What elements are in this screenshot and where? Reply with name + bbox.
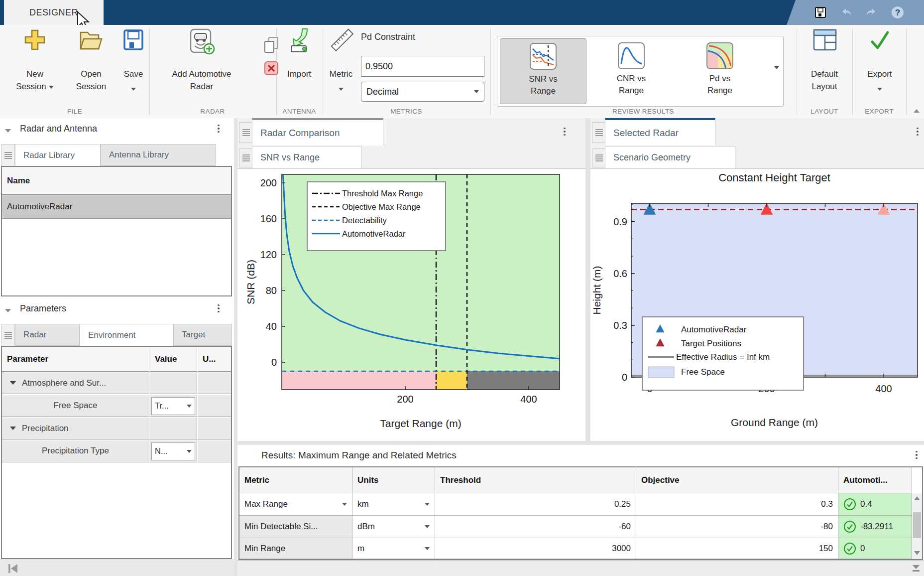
svg-text:0: 0 <box>271 357 277 368</box>
results-objective-max-range[interactable]: 0.3 <box>636 493 838 516</box>
scroll-up-arrow[interactable] <box>914 496 920 500</box>
pd-vs-range-icon <box>706 42 734 70</box>
results-threshold-min-range[interactable]: 3000 <box>435 538 636 559</box>
results-units-min-range[interactable]: m <box>352 538 435 559</box>
tab-param-environment[interactable]: Environment <box>80 324 173 346</box>
results-metric-min-range[interactable]: Min Range <box>239 538 352 559</box>
splitter-results[interactable] <box>237 441 924 445</box>
middle-sub-grip[interactable] <box>239 148 253 167</box>
default-layout-button[interactable]: DefaultLayout <box>800 27 849 97</box>
radar-row-automotiveradar[interactable]: AutomotiveRadar <box>2 195 231 219</box>
scroll-to-bottom-icon[interactable] <box>911 564 922 574</box>
quick-save-icon[interactable] <box>814 6 826 18</box>
results-menu-icon[interactable] <box>912 449 921 461</box>
results-bottom-strip <box>237 560 924 576</box>
add-automotive-radar-button[interactable]: Add AutomotiveRadar <box>159 27 244 97</box>
pass-check-icon <box>843 498 856 511</box>
tab-radar-library[interactable]: Radar Library <box>15 144 101 166</box>
tab-param-target[interactable]: Target <box>173 324 232 346</box>
free-space-value-dropdown[interactable]: Tr... <box>151 397 195 415</box>
undo-icon[interactable] <box>839 6 852 18</box>
param-tabs-grip[interactable] <box>1 324 15 347</box>
svg-text:Effective Radius = Inf km: Effective Radius = Inf km <box>676 352 770 362</box>
format-select[interactable]: Decimal <box>361 82 484 102</box>
metric-button[interactable]: Metric <box>324 27 358 102</box>
gallery-dropdown-arrow[interactable] <box>774 66 779 69</box>
automotive-radar-icon <box>189 28 216 56</box>
radar-library-tab-label: Radar Library <box>23 150 75 160</box>
splitter-left-middle[interactable] <box>234 118 237 576</box>
library-tabs-grip[interactable] <box>1 144 15 167</box>
scenario-geometry-chart: 020040000.30.60.9Constant Height TargetG… <box>590 168 924 441</box>
tab-antenna-library[interactable]: Antenna Library <box>101 144 216 166</box>
gallery-item-cnr-vs-range[interactable]: CNR vsRange <box>588 38 674 103</box>
radar-designer-app: DESIGNER ? FILE RADAR ANTENNA METRICS RE… <box>0 0 924 576</box>
results-scrollbar[interactable] <box>912 493 922 559</box>
svg-text:200: 200 <box>397 394 413 405</box>
tab-scenario-geometry[interactable]: Scenario Geometry <box>605 146 735 168</box>
gallery-pd-label-2: Range <box>707 86 732 95</box>
results-metric-max-range[interactable]: Max Range <box>239 493 352 516</box>
results-title-row: Results: Maximum Range and Related Metri… <box>237 445 924 466</box>
export-button[interactable]: Export <box>857 27 902 102</box>
parameters-collapse-icon[interactable] <box>5 305 11 314</box>
tab-snr-vs-range[interactable]: SNR vs Range <box>252 146 361 168</box>
scroll-down-arrow[interactable] <box>914 551 920 555</box>
param-group-atmosphere[interactable]: Atmosphere and Sur... <box>2 372 149 394</box>
open-session-button[interactable]: OpenSession <box>64 27 118 97</box>
results-threshold-max-range[interactable]: 0.25 <box>435 493 636 516</box>
pd-constraint-input[interactable] <box>361 56 484 77</box>
collapse-ribbon-icon[interactable] <box>912 107 921 116</box>
help-icon[interactable]: ? <box>891 6 904 19</box>
gallery-item-pd-vs-range[interactable]: Pd vsRange <box>677 38 763 103</box>
import-button[interactable]: Import <box>281 27 317 97</box>
middle-doc-grip[interactable] <box>239 122 253 143</box>
middle-doc-tab-row: Radar Comparison <box>237 118 585 146</box>
results-objective-min-range[interactable]: 150 <box>636 538 838 559</box>
right-panel-menu-icon[interactable] <box>913 126 922 138</box>
default-layout-label-1: Default <box>811 69 838 79</box>
param-environment-tab-label: Environment <box>88 330 135 340</box>
metric-label: Metric <box>330 69 352 79</box>
parameters-menu-icon[interactable] <box>214 302 223 314</box>
param-group-precipitation[interactable]: Precipitation <box>2 418 149 439</box>
tab-param-radar[interactable]: Radar <box>15 324 80 346</box>
param-row-precipitation-type[interactable]: Precipitation Type <box>2 440 149 462</box>
precipitation-units-cell <box>198 418 231 439</box>
scroll-thumb[interactable] <box>913 512 921 538</box>
svg-text:AutomotiveRadar: AutomotiveRadar <box>681 325 747 334</box>
middle-sub-tab-row: SNR vs Range <box>237 146 585 169</box>
results-units-min-detectable[interactable]: dBm <box>352 516 435 538</box>
results-threshold-min-detectable[interactable]: -60 <box>435 516 636 538</box>
review-results-gallery: SNR vsRange CNR vsRange <box>497 36 784 107</box>
middle-panel-menu-icon[interactable] <box>560 126 569 138</box>
radar-antenna-menu-icon[interactable] <box>214 123 223 135</box>
splitter-middle-right[interactable] <box>585 118 590 445</box>
results-metric-min-detectable[interactable]: Min Detectable Si... <box>239 516 352 538</box>
param-radar-tab-label: Radar <box>23 330 46 340</box>
precip-type-value-dropdown[interactable]: N... <box>151 442 195 460</box>
right-doc-grip[interactable] <box>592 122 606 143</box>
results-units-max-range[interactable]: km <box>352 493 435 516</box>
param-row-free-space[interactable]: Free Space <box>2 395 149 417</box>
pass-check-icon <box>843 520 856 533</box>
import-icon <box>288 28 311 53</box>
precip-type-units-cell <box>198 440 231 462</box>
radar-antenna-collapse-icon[interactable] <box>5 126 11 135</box>
collapse-panel-left-icon[interactable] <box>7 563 19 574</box>
copy-radar-icon[interactable] <box>263 36 280 54</box>
right-sub-grip[interactable] <box>592 148 606 167</box>
redo-icon[interactable] <box>865 6 878 18</box>
results-objective-min-detectable[interactable]: -80 <box>636 516 838 538</box>
svg-text:Constant Height Target: Constant Height Target <box>718 171 830 184</box>
svg-text:0.3: 0.3 <box>613 320 627 331</box>
tab-radar-comparison[interactable]: Radar Comparison <box>252 118 383 145</box>
group-label-radar: RADAR <box>175 108 250 118</box>
save-button[interactable]: Save <box>118 27 148 97</box>
gallery-item-snr-vs-range[interactable]: SNR vsRange <box>500 38 586 104</box>
tab-selected-radar[interactable]: Selected Radar <box>605 118 715 145</box>
group-label-metrics: METRICS <box>369 108 444 118</box>
gallery-snr-label-2: Range <box>531 86 556 96</box>
svg-text:Ground Range (m): Ground Range (m) <box>731 417 818 428</box>
save-label: Save <box>124 69 143 79</box>
